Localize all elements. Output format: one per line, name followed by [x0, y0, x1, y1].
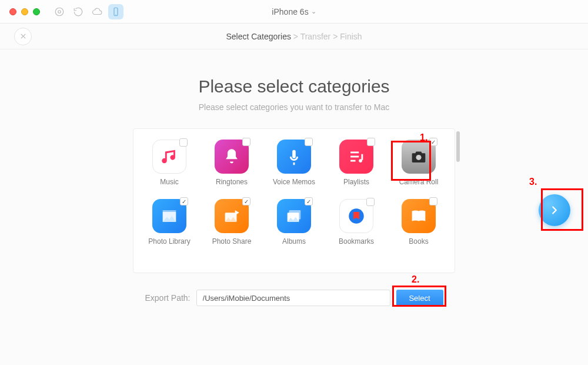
category-albums[interactable]: Albums — [265, 199, 323, 245]
albums-icon — [277, 199, 311, 233]
device-tab-icon[interactable] — [108, 4, 123, 19]
breadcrumb-step-2: Transfer — [300, 32, 331, 41]
photoshare-checkbox[interactable] — [242, 197, 250, 205]
svg-rect-8 — [350, 156, 359, 158]
svg-point-1 — [58, 10, 61, 13]
category-bookmarks[interactable]: Bookmarks — [327, 199, 386, 245]
breadcrumb-sep: > — [293, 32, 300, 41]
playlists-checkbox[interactable] — [367, 138, 375, 146]
photo-library-icon — [152, 199, 186, 233]
breadcrumb: Select Categories > Transfer > Finish — [226, 32, 362, 41]
category-photo-library[interactable]: Photo Library — [140, 199, 199, 245]
category-label: Voice Memos — [273, 178, 315, 186]
svg-rect-13 — [163, 210, 176, 212]
svg-rect-9 — [350, 160, 356, 162]
scrollbar[interactable] — [456, 131, 460, 162]
category-label: Music — [160, 178, 178, 186]
photo-share-icon — [215, 199, 249, 233]
cameraroll-checkbox[interactable] — [429, 138, 437, 146]
window-controls — [0, 8, 40, 15]
minimize-window-dot[interactable] — [21, 8, 28, 15]
device-dropdown[interactable]: iPhone 6s ⌄ — [272, 7, 316, 16]
bell-icon — [215, 140, 249, 174]
svg-point-0 — [55, 8, 64, 16]
voicememos-checkbox[interactable] — [305, 138, 313, 146]
breadcrumb-sep: > — [333, 32, 340, 41]
zoom-window-dot[interactable] — [33, 8, 40, 15]
device-label: iPhone 6s — [272, 7, 308, 16]
select-path-button[interactable]: Select — [396, 290, 443, 306]
category-label: Camera Roll — [399, 178, 439, 186]
svg-point-12 — [416, 155, 421, 160]
category-panel-wrap: Music Ringtones Voice Memos — [0, 128, 588, 273]
category-label: Photo Library — [148, 237, 190, 245]
page-subtitle: Please select categories you want to tra… — [0, 102, 588, 112]
breadcrumb-step-3: Finish — [340, 32, 362, 41]
export-path-label: Export Path: — [145, 293, 190, 303]
titlebar: iPhone 6s ⌄ — [0, 0, 588, 24]
close-button[interactable] — [14, 28, 32, 45]
export-path-row: Export Path: Select — [0, 290, 588, 306]
annotation-2-label: 2. — [412, 274, 419, 285]
category-panel: Music Ringtones Voice Memos — [133, 128, 455, 273]
breadcrumb-bar: Select Categories > Transfer > Finish — [0, 24, 588, 49]
category-label: Photo Share — [212, 237, 252, 245]
books-checkbox[interactable] — [429, 197, 437, 205]
category-label: Albums — [282, 237, 306, 245]
next-button[interactable] — [539, 194, 570, 226]
category-label: Books — [409, 237, 428, 245]
category-label: Ringtones — [216, 178, 248, 186]
photolibrary-checkbox[interactable] — [180, 197, 188, 205]
camera-icon — [402, 140, 436, 174]
chevron-down-icon: ⌄ — [311, 8, 316, 15]
svg-rect-7 — [350, 152, 359, 154]
cloud-tab-icon[interactable] — [89, 4, 105, 19]
music-checkbox[interactable] — [179, 138, 188, 147]
category-voice-memos[interactable]: Voice Memos — [265, 140, 323, 186]
close-window-dot[interactable] — [9, 8, 16, 15]
media-tab-icon[interactable] — [52, 4, 67, 19]
category-label: Playlists — [343, 178, 369, 186]
category-music[interactable]: Music — [140, 140, 199, 186]
heading: Please select categories Please select c… — [0, 77, 588, 112]
bookmarks-icon — [339, 199, 373, 233]
svg-rect-11 — [362, 154, 363, 160]
category-playlists[interactable]: Playlists — [327, 140, 386, 186]
category-label: Bookmarks — [339, 237, 374, 245]
books-icon — [402, 199, 436, 233]
category-camera-roll[interactable]: Camera Roll — [389, 140, 448, 186]
category-books[interactable]: Books — [389, 199, 448, 245]
toolbar-icons — [52, 4, 123, 19]
music-icon — [152, 140, 186, 174]
category-ringtones[interactable]: Ringtones — [202, 140, 261, 186]
svg-rect-6 — [292, 150, 296, 158]
export-path-input[interactable] — [196, 290, 390, 306]
albums-checkbox[interactable] — [305, 197, 313, 205]
bookmarks-checkbox[interactable] — [366, 198, 375, 206]
category-photo-share[interactable]: Photo Share — [202, 199, 261, 245]
microphone-icon — [277, 140, 311, 174]
playlist-icon — [339, 140, 373, 174]
ringtones-checkbox[interactable] — [242, 138, 250, 146]
backup-tab-icon[interactable] — [71, 4, 86, 19]
category-grid: Music Ringtones Voice Memos — [133, 129, 455, 245]
breadcrumb-step-1: Select Categories — [226, 32, 291, 41]
page-title: Please select categories — [0, 77, 588, 97]
